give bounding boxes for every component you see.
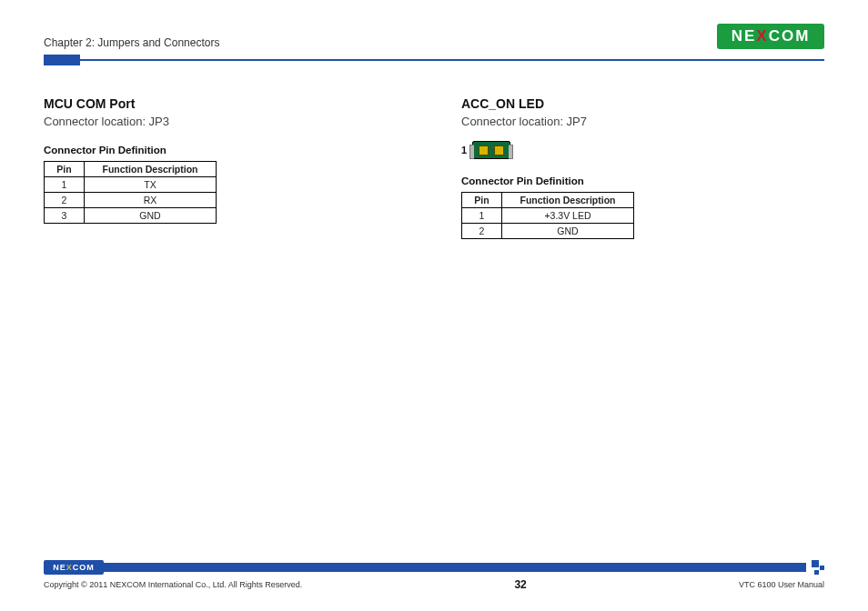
- left-block-subtitle: Connector location: JP3: [44, 115, 407, 128]
- content-grid: MCU COM Port Connector location: JP3 Con…: [44, 96, 824, 239]
- logo-post: COM: [769, 27, 811, 45]
- footer-rule: [104, 563, 806, 572]
- cell-func: GND: [85, 208, 217, 224]
- cell-pin: 1: [45, 177, 85, 193]
- jp7-diagram: 1: [461, 141, 824, 159]
- jp7-connector-icon: [472, 141, 510, 159]
- footer-copyright: Copyright © 2011 NEXCOM International Co…: [44, 580, 302, 589]
- footer-logo-post: COM: [73, 563, 95, 572]
- cell-pin: 3: [45, 208, 85, 224]
- table-header-row: Pin Function Description: [462, 193, 634, 208]
- right-block-subtitle: Connector location: JP7: [461, 115, 824, 128]
- table-row: 2 RX: [45, 193, 217, 208]
- jp7-pin1-label: 1: [461, 145, 467, 155]
- cell-func: GND: [502, 224, 634, 239]
- col-func: Function Description: [502, 193, 634, 208]
- right-pin-table: Pin Function Description 1 +3.3V LED 2 G…: [461, 192, 634, 239]
- table-row: 1 +3.3V LED: [462, 208, 634, 224]
- left-block-title: MCU COM Port: [44, 96, 407, 111]
- footer-logo-x: X: [66, 563, 73, 572]
- footer-logo-pre: NE: [53, 563, 66, 572]
- right-block-title: ACC_ON LED: [461, 96, 824, 111]
- table-row: 2 GND: [462, 224, 634, 239]
- footer-page-number: 32: [514, 578, 526, 591]
- brand-logo-text: NEXCOM: [732, 27, 811, 45]
- col-pin: Pin: [45, 162, 85, 177]
- footer-logo: NEXCOM: [44, 560, 104, 575]
- logo-pre: NE: [732, 27, 757, 45]
- page-header: Chapter 2: Jumpers and Connectors NEXCOM: [44, 24, 824, 49]
- page-footer: NEXCOM Copyright © 2011 NEXCOM Internati…: [44, 560, 824, 591]
- header-rule: [44, 55, 824, 65]
- chapter-title: Chapter 2: Jumpers and Connectors: [44, 36, 219, 49]
- jp7-pad-icon: [494, 145, 504, 155]
- table-row: 1 TX: [45, 177, 217, 193]
- right-table-caption: Connector Pin Definition: [461, 175, 824, 186]
- table-header-row: Pin Function Description: [45, 162, 217, 177]
- cell-func: TX: [85, 177, 217, 193]
- table-row: 3 GND: [45, 208, 217, 224]
- cell-pin: 1: [462, 208, 502, 224]
- col-func: Function Description: [85, 162, 217, 177]
- left-pin-table: Pin Function Description 1 TX 2 RX 3: [44, 161, 217, 224]
- brand-logo: NEXCOM: [717, 24, 824, 49]
- brand-logo-box: NEXCOM: [717, 24, 824, 49]
- cell-func: RX: [85, 193, 217, 208]
- cell-pin: 2: [45, 193, 85, 208]
- footer-ornament-icon: [808, 560, 824, 575]
- page: Chapter 2: Jumpers and Connectors NEXCOM…: [0, 0, 868, 611]
- left-table-caption: Connector Pin Definition: [44, 145, 407, 155]
- footer-doc-ref: VTC 6100 User Manual: [739, 580, 824, 589]
- right-column: ACC_ON LED Connector location: JP7 1 Con…: [461, 96, 824, 239]
- logo-x: X: [756, 27, 768, 45]
- col-pin: Pin: [462, 193, 502, 208]
- footer-meta: Copyright © 2011 NEXCOM International Co…: [44, 578, 824, 591]
- cell-func: +3.3V LED: [502, 208, 634, 224]
- header-rule-chip: [44, 55, 80, 65]
- jp7-pad-icon: [479, 145, 489, 155]
- left-column: MCU COM Port Connector location: JP3 Con…: [44, 96, 407, 239]
- cell-pin: 2: [462, 224, 502, 239]
- header-rule-line: [80, 59, 824, 61]
- footer-bar: NEXCOM: [44, 560, 824, 575]
